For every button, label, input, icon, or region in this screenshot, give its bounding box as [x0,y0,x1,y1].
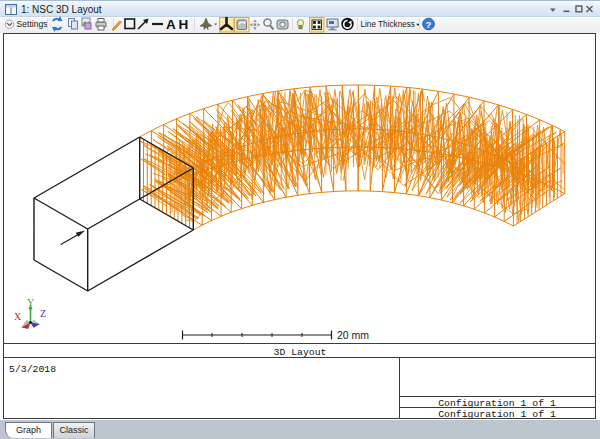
svg-text:3D Layout: 3D Layout [274,347,327,358]
svg-text:20 mm: 20 mm [337,329,369,341]
svg-text:Configuration 1 of 1: Configuration 1 of 1 [438,409,556,420]
svg-text:X: X [14,311,22,322]
svg-text:Configuration 1 of 1: Configuration 1 of 1 [438,398,556,409]
svg-text:Y: Y [27,297,34,308]
svg-text:5/3/2018: 5/3/2018 [9,364,56,375]
svg-text:Z: Z [40,308,46,319]
